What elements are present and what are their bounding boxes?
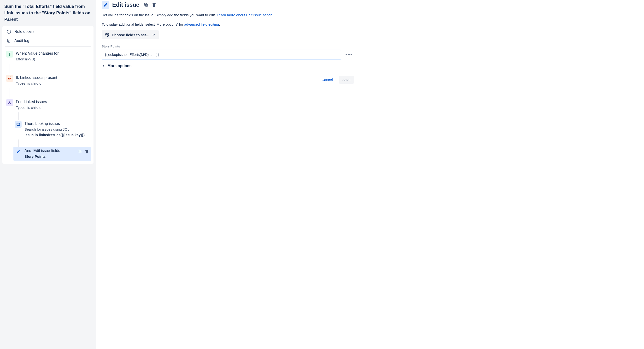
step-title: And: Edit issue fields bbox=[24, 148, 74, 154]
copy-icon[interactable] bbox=[143, 2, 149, 8]
nav-divider bbox=[5, 46, 91, 46]
svg-point-9 bbox=[9, 101, 10, 102]
sidebar-panel: Rule details Audit log When: Value chang… bbox=[2, 26, 94, 164]
choose-fields-label: Choose fields to set… bbox=[112, 33, 150, 37]
description-1: Set values for fields on the issue. Simp… bbox=[102, 12, 354, 18]
nav-label: Rule details bbox=[14, 30, 34, 34]
learn-more-link[interactable]: Learn more about Edit issue action bbox=[217, 13, 272, 17]
choose-fields-button[interactable]: Choose fields to set… bbox=[102, 30, 159, 39]
main-panel: Edit issue Set values for fields on the … bbox=[96, 0, 360, 349]
field-label: Story Points bbox=[102, 44, 354, 48]
nav-label: Audit log bbox=[14, 38, 29, 43]
trigger-icon bbox=[6, 51, 13, 58]
save-button[interactable]: Save bbox=[339, 76, 354, 84]
step-title: If: Linked issues present bbox=[16, 75, 90, 80]
step-branch[interactable]: For: Linked issues Types: is child of bbox=[5, 98, 91, 112]
more-options-label: More options bbox=[108, 64, 132, 68]
step-title: Then: Lookup issues bbox=[24, 121, 90, 126]
main-header: Edit issue bbox=[102, 1, 354, 9]
cancel-button[interactable]: Cancel bbox=[319, 76, 336, 84]
info-icon bbox=[7, 30, 11, 34]
page-title: Edit issue bbox=[112, 2, 139, 8]
svg-point-18 bbox=[107, 34, 108, 36]
branch-children: Then: Lookup issues Search for issues us… bbox=[14, 112, 91, 161]
step-sub: Story Points bbox=[24, 154, 74, 160]
step-condition[interactable]: If: Linked issues present Types: is chil… bbox=[5, 74, 91, 88]
gear-icon bbox=[105, 32, 109, 37]
story-points-input[interactable] bbox=[102, 50, 341, 60]
trash-icon[interactable] bbox=[84, 148, 90, 154]
link-icon bbox=[6, 75, 13, 82]
advanced-editing-link[interactable]: advanced field editing bbox=[184, 22, 219, 26]
svg-rect-12 bbox=[17, 123, 20, 125]
step-lookup-issues[interactable]: Then: Lookup issues Search for issues us… bbox=[14, 120, 91, 139]
step-sub: Types: is child of bbox=[16, 81, 90, 86]
chevron-right-icon bbox=[102, 64, 105, 68]
copy-icon[interactable] bbox=[77, 148, 82, 154]
chevron-down-icon bbox=[152, 33, 155, 36]
trash-icon[interactable] bbox=[151, 2, 157, 8]
document-icon bbox=[7, 38, 11, 43]
branch-icon bbox=[6, 99, 13, 106]
nav-rule-details[interactable]: Rule details bbox=[2, 27, 94, 36]
more-icon[interactable]: ••• bbox=[344, 52, 354, 58]
step-title: For: Linked issues bbox=[16, 99, 90, 104]
step-actions bbox=[77, 148, 90, 154]
step-edit-issue-fields[interactable]: And: Edit issue fields Story Points bbox=[14, 147, 91, 161]
nav-audit-log[interactable]: Audit log bbox=[2, 36, 94, 45]
svg-point-10 bbox=[8, 103, 9, 104]
step-sub: Search for issues using JQL issue in lin… bbox=[24, 127, 90, 138]
pencil-icon bbox=[102, 1, 109, 9]
rule-sidebar: Sum the "Total Efforts" field value from… bbox=[0, 0, 96, 349]
lookup-icon bbox=[15, 121, 22, 128]
more-options-toggle[interactable]: More options bbox=[102, 64, 132, 68]
automation-steps: When: Value changes for Efforts(M/D) If:… bbox=[2, 48, 94, 164]
step-sub: Efforts(M/D) bbox=[16, 56, 90, 62]
description-2: To display additional fields, select 'Mo… bbox=[102, 22, 354, 27]
svg-point-2 bbox=[9, 31, 9, 31]
footer-actions: Cancel Save bbox=[102, 76, 354, 84]
svg-point-11 bbox=[10, 103, 11, 104]
pencil-icon bbox=[15, 148, 22, 155]
step-trigger[interactable]: When: Value changes for Efforts(M/D) bbox=[5, 50, 91, 64]
step-title: When: Value changes for bbox=[16, 51, 90, 56]
rule-title: Sum the "Total Efforts" field value from… bbox=[2, 2, 94, 26]
step-sub: Types: is child of bbox=[16, 105, 90, 110]
